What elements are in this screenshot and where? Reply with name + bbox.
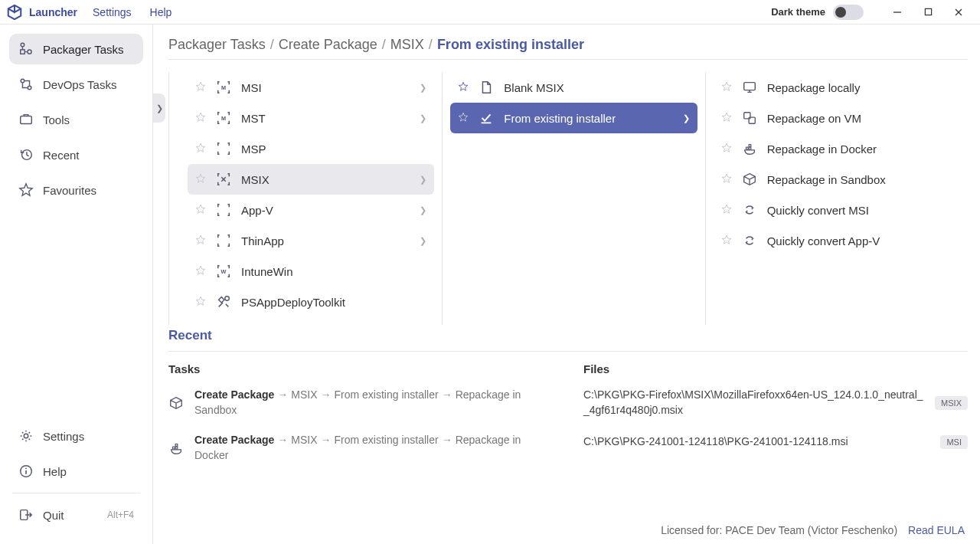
favourite-star-icon[interactable] xyxy=(721,81,733,93)
option-mst[interactable]: MST❯ xyxy=(188,103,434,133)
gear-icon xyxy=(18,428,34,444)
maximize-button[interactable] xyxy=(913,2,943,23)
sidebar-item-settings[interactable]: Settings xyxy=(9,421,143,451)
docker-icon xyxy=(168,441,185,457)
read-eula-link[interactable]: Read EULA xyxy=(908,524,965,536)
menu-help[interactable]: Help xyxy=(150,6,172,18)
option-repackage-in-docker[interactable]: Repackage in Docker xyxy=(714,133,960,164)
vm-icon xyxy=(741,110,758,126)
content: ❯ Packager Tasks/Create Package/MSIX/Fro… xyxy=(153,25,980,544)
option-blank-msix[interactable]: Blank MSIX xyxy=(450,72,697,103)
dark-theme-toggle[interactable] xyxy=(833,5,864,20)
chevron-right-icon: ❯ xyxy=(420,236,426,246)
option-label: Repackage locally xyxy=(767,81,952,94)
favourite-star-icon[interactable] xyxy=(195,265,207,277)
favourite-star-icon[interactable] xyxy=(195,143,207,155)
favourite-star-icon[interactable] xyxy=(195,296,207,308)
tasks-heading: Tasks xyxy=(168,362,553,375)
sidebar-item-tools[interactable]: Tools xyxy=(9,104,143,135)
column-package-type: MSI❯MST❯MSPMSIX❯App-V❯ThinApp❯IntuneWinP… xyxy=(168,72,442,325)
favourite-star-icon[interactable] xyxy=(195,234,207,247)
breadcrumb-segment[interactable]: Packager Tasks xyxy=(168,37,266,52)
option-msi[interactable]: MSI❯ xyxy=(188,72,434,103)
option-label: MSIX xyxy=(241,173,420,186)
favourite-star-icon[interactable] xyxy=(721,204,733,216)
sidebar-item-favourites[interactable]: Favourites xyxy=(9,175,143,205)
chevron-right-icon: ❯ xyxy=(683,113,690,123)
svg-rect-1 xyxy=(925,8,931,15)
file-type-badge: MSI xyxy=(940,435,968,449)
file-path: C:\PKG\PKG-Firefox\MSIX\MozillaFirefoxx6… xyxy=(583,388,924,418)
sidebar-item-devops-tasks[interactable]: DevOps Tasks xyxy=(9,69,143,100)
favourite-star-icon[interactable] xyxy=(721,112,733,124)
favourite-star-icon[interactable] xyxy=(195,81,207,93)
option-repackage-on-vm[interactable]: Repackage on VM xyxy=(714,103,960,133)
bracketw-icon xyxy=(215,263,232,280)
option-msix[interactable]: MSIX❯ xyxy=(188,164,434,195)
favourite-star-icon[interactable] xyxy=(195,173,207,185)
nav-label: Settings xyxy=(43,430,84,443)
favourite-star-icon[interactable] xyxy=(195,112,207,124)
convert-icon xyxy=(741,202,758,218)
app-name: Launcher xyxy=(29,6,77,18)
favourite-star-icon[interactable] xyxy=(195,204,207,216)
favourite-star-icon[interactable] xyxy=(721,143,733,155)
menu-settings[interactable]: Settings xyxy=(93,6,132,18)
app-logo-icon xyxy=(6,4,23,21)
option-label: Quickly convert App-V xyxy=(767,234,952,247)
monitor-icon xyxy=(741,79,758,96)
option-msp[interactable]: MSP xyxy=(188,133,434,164)
doc-icon xyxy=(478,79,495,96)
sidebar-item-help[interactable]: Help xyxy=(9,456,143,487)
option-from-existing-installer[interactable]: From existing installer❯ xyxy=(450,103,697,133)
nav-label: Quit xyxy=(43,509,64,522)
recent-files-column: Files C:\PKG\PKG-Firefox\MSIX\MozillaFir… xyxy=(583,362,968,516)
star-icon xyxy=(18,182,34,198)
expand-handle[interactable]: ❯ xyxy=(153,93,165,123)
breadcrumb-segment[interactable]: MSIX xyxy=(390,37,424,52)
titlebar: Launcher Settings Help Dark theme xyxy=(0,0,980,25)
option-quickly-convert-msi[interactable]: Quickly convert MSI xyxy=(714,195,960,225)
recent-file[interactable]: C:\PKG\PKG-Firefox\MSIX\MozillaFirefoxx6… xyxy=(583,388,968,418)
recent-header: Recent xyxy=(168,328,968,343)
option-psappdeploytoolkit[interactable]: PSAppDeployToolkit xyxy=(188,287,434,317)
sidebar-item-packager-tasks[interactable]: Packager Tasks xyxy=(9,34,143,64)
option-label: App-V xyxy=(241,204,420,217)
sidebar: Packager TasksDevOps TasksToolsRecentFav… xyxy=(0,25,153,544)
nav-label: Recent xyxy=(43,149,80,162)
msi-icon xyxy=(215,110,232,126)
files-heading: Files xyxy=(583,362,968,375)
packager-icon xyxy=(18,41,34,57)
favourite-star-icon[interactable] xyxy=(721,234,733,247)
sidebar-item-quit[interactable]: QuitAlt+F4 xyxy=(9,500,143,530)
minimize-button[interactable] xyxy=(882,2,913,23)
dark-theme-label: Dark theme xyxy=(771,6,825,18)
option-app-v[interactable]: App-V❯ xyxy=(188,195,434,225)
option-intunewin[interactable]: IntuneWin xyxy=(188,256,434,287)
option-label: Repackage in Docker xyxy=(767,143,952,156)
option-repackage-locally[interactable]: Repackage locally xyxy=(714,72,960,103)
option-quickly-convert-app-v[interactable]: Quickly convert App-V xyxy=(714,225,960,256)
breadcrumb-segment[interactable]: Create Package xyxy=(279,37,377,52)
favourite-star-icon[interactable] xyxy=(721,173,733,185)
option-repackage-in-sandbox[interactable]: Repackage in Sandbox xyxy=(714,164,960,195)
docker-icon xyxy=(741,140,758,157)
task-columns: MSI❯MST❯MSPMSIX❯App-V❯ThinApp❯IntuneWinP… xyxy=(168,72,968,325)
sidebar-item-recent[interactable]: Recent xyxy=(9,139,143,170)
license-text: Licensed for: PACE Dev Team (Victor Fesc… xyxy=(661,524,897,536)
option-label: Repackage on VM xyxy=(767,112,952,125)
favourite-star-icon[interactable] xyxy=(458,112,470,124)
breadcrumb: Packager Tasks/Create Package/MSIX/From … xyxy=(168,37,968,53)
option-label: Repackage in Sandbox xyxy=(767,173,952,186)
option-label: MSP xyxy=(241,143,426,156)
recent-task[interactable]: Create Package→MSIX→From existing instal… xyxy=(168,388,553,418)
tools2-icon xyxy=(215,293,232,310)
close-button[interactable] xyxy=(943,2,974,23)
chevron-right-icon: ❯ xyxy=(420,205,426,215)
recent-file[interactable]: C:\PKG\PKG-241001-124118\PKG-241001-1241… xyxy=(583,434,968,450)
recent-task[interactable]: Create Package→MSIX→From existing instal… xyxy=(168,433,553,463)
option-thinapp[interactable]: ThinApp❯ xyxy=(188,225,434,256)
sandbox-icon xyxy=(168,395,185,412)
favourite-star-icon[interactable] xyxy=(458,81,470,93)
file-type-badge: MSIX xyxy=(935,396,968,410)
